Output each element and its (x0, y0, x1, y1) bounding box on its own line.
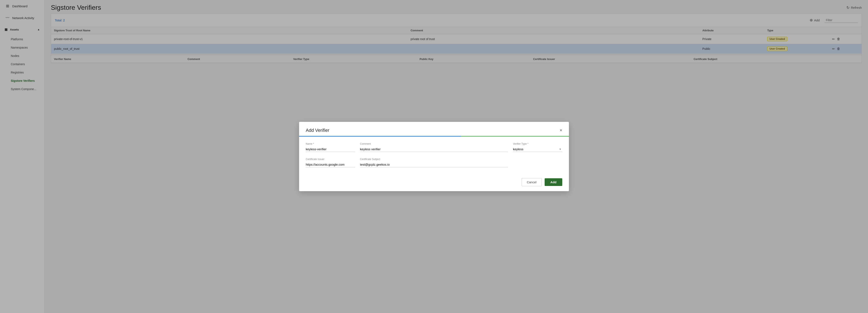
cancel-button[interactable]: Cancel (522, 178, 542, 186)
modal-close-button[interactable]: × (560, 128, 562, 133)
modal-header: Add Verifier × (299, 122, 569, 133)
cert-issuer-input[interactable] (306, 162, 355, 167)
cert-subject-field-group: Certificate Subject (360, 158, 508, 167)
verifier-type-field-group: Verifier Type * keyless keypair ▼ (513, 143, 562, 152)
comment-field-group: Comment (360, 143, 508, 152)
modal-title: Add Verifier (306, 128, 330, 133)
comment-label: Comment (360, 143, 508, 145)
modal-overlay: Add Verifier × Name * Comment Verifier T… (0, 0, 868, 313)
verifier-type-select[interactable]: keyless keypair (513, 147, 562, 152)
verifier-type-select-wrapper: keyless keypair ▼ (513, 147, 562, 152)
add-verifier-modal: Add Verifier × Name * Comment Verifier T… (299, 122, 569, 191)
modal-body: Name * Comment Verifier Type * keyless k… (299, 136, 569, 178)
modal-footer: Cancel Add (299, 178, 569, 191)
cert-issuer-field-group: Certificate Issuer (306, 158, 355, 167)
verifier-type-label: Verifier Type * (513, 143, 562, 145)
comment-input[interactable] (360, 147, 508, 152)
name-label: Name * (306, 143, 355, 145)
modal-row-1: Name * Comment Verifier Type * keyless k… (306, 143, 562, 152)
cert-subject-label: Certificate Subject (360, 158, 508, 161)
cert-subject-input[interactable] (360, 162, 508, 167)
cert-issuer-label: Certificate Issuer (306, 158, 355, 161)
name-input[interactable] (306, 147, 355, 152)
name-field-group: Name * (306, 143, 355, 152)
modal-row-2: Certificate Issuer Certificate Subject (306, 158, 562, 167)
modal-add-button[interactable]: Add (545, 178, 562, 186)
